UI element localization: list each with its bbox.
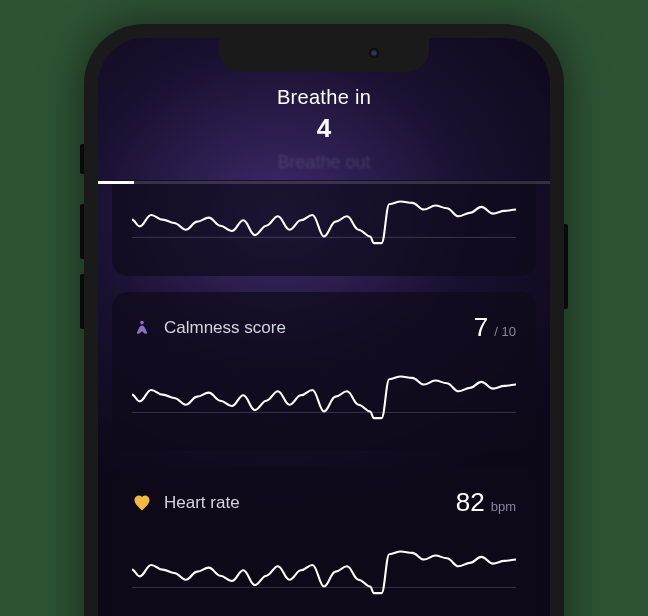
card-unit: bpm [491,499,516,514]
card-title-wrap: Heart rate [132,493,240,513]
metric-card-partial[interactable] [112,180,536,276]
phone-volume-up [80,204,84,259]
front-camera-icon [369,48,379,58]
card-value-wrap: 7 / 10 [474,312,516,343]
waveform-chart [132,538,516,608]
card-value: 7 [474,312,488,343]
heart-icon [132,493,152,513]
breathe-next-phase: Breathe out [98,152,550,173]
waveform-chart [132,363,516,433]
card-title: Calmness score [164,318,286,338]
waveform-chart [132,188,516,258]
card-value-wrap: 82 bpm [456,487,516,518]
meditation-icon [132,318,152,338]
phone-volume-down [80,274,84,329]
breathe-count: 4 [98,113,550,144]
phone-device-frame: Breathe in 4 Breathe out [84,24,564,616]
card-header: Heart rate 82 bpm [132,487,516,518]
breathing-progress-track [98,181,550,184]
card-title-wrap: Calmness score [132,318,286,338]
card-title: Heart rate [164,493,240,513]
card-header: Calmness score 7 / 10 [132,312,516,343]
card-unit: / 10 [494,324,516,339]
metric-card-heart-rate[interactable]: Heart rate 82 bpm [112,467,536,616]
breathing-progress-fill [98,181,134,184]
metrics-cards: Calmness score 7 / 10 [98,180,550,616]
phone-screen: Breathe in 4 Breathe out [98,38,550,616]
metric-card-calmness[interactable]: Calmness score 7 / 10 [112,292,536,451]
card-value: 82 [456,487,485,518]
svg-point-1 [140,320,144,324]
breathe-phase-label: Breathe in [98,86,550,109]
phone-power-button [564,224,568,309]
phone-notch [219,38,429,72]
phone-mute-switch [80,144,84,174]
